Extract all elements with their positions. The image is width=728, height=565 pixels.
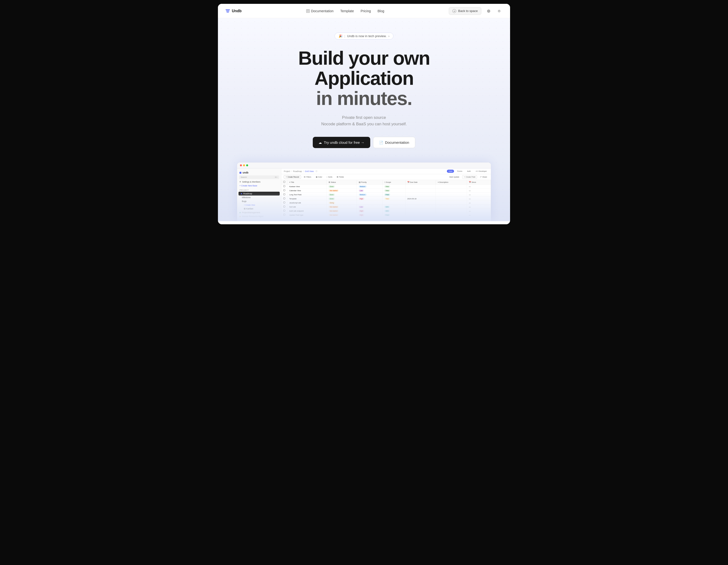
toolbar-left: + Create Record ⊟ Filters ◑ Color [284, 175, 345, 179]
badge-emoji: 🎉 [339, 34, 342, 38]
hero-actions: ☁ Try undb cloud for free → 📄 Documentat… [313, 137, 415, 148]
chrome-dots [240, 164, 248, 166]
nav-right: ☁ Back to space ⊛ ⌾ [449, 7, 502, 15]
data-table: ≡ Title ⊞ Status ▤ Priority □ Scope 📅 Du… [281, 180, 491, 217]
sidebar-item-roadmap[interactable]: Roadmap [239, 192, 280, 195]
doc-icon [306, 9, 310, 13]
app-toolbar: + Create Record ⊟ Filters ◑ Color [281, 174, 491, 180]
th-status: ⊞ Status [327, 180, 357, 184]
sidebar-item-bugs[interactable]: Bugs [237, 199, 281, 203]
app-table: ≡ Title ⊞ Status ▤ Priority □ Scope 📅 Du… [281, 180, 491, 221]
table-row: Calendar View Not started Low View — [281, 188, 491, 193]
app-chrome [237, 162, 491, 168]
cloud-icon: ☁ [452, 9, 456, 13]
th-scope: □ Scope [382, 180, 405, 184]
hero-subtitle: Private first open source Nocode platfor… [321, 114, 407, 127]
table-row: Sort sdk Not started Low SDK — [281, 205, 491, 209]
table-row: Kanban View Done Medium View — [281, 184, 491, 188]
app-sidebar: undb Search ⌘K ⚙ Settings & Members + Cr… [237, 168, 281, 221]
topbar-tabs: Data Forms Auth </> Developer [447, 170, 489, 173]
badge-arrow: › [388, 34, 389, 38]
back-to-space-button[interactable]: ☁ Back to space [449, 7, 481, 15]
tab-data[interactable]: Data [447, 170, 454, 173]
brand-logo[interactable]: Undb [226, 9, 242, 13]
app-screenshot: undb Search ⌘K ⚙ Settings & Members + Cr… [237, 162, 491, 221]
filters-button[interactable]: ⊟ Filters [302, 175, 313, 178]
app-topbar: Project / Roadmap / Grid View ⓘ Data For… [281, 168, 491, 174]
th-priority: ▤ Priority [357, 180, 382, 184]
tab-auth[interactable]: Auth [465, 170, 472, 173]
sorts-button[interactable]: ↕ Sorts [325, 175, 334, 178]
bulk-update-button[interactable]: Bulk Update [448, 175, 461, 178]
th-title: ≡ Title [287, 180, 327, 184]
sidebar-settings[interactable]: ⚙ Settings & Members [237, 180, 281, 184]
th-checkbox [281, 180, 287, 184]
hero-section: 🎉 | Undb is now in tech preview. › Build… [218, 18, 510, 221]
table-header-row: ≡ Title ⊞ Status ▤ Priority □ Scope 📅 Du… [281, 180, 491, 184]
chrome-minimize-dot [243, 164, 245, 166]
chrome-close-dot [240, 164, 242, 166]
table-row: Template Done High Todo 2024-09-18— [281, 197, 491, 201]
nav-links: Documentation Template Pricing Blog [306, 9, 384, 13]
tech-preview-badge[interactable]: 🎉 | Undb is now in tech preview. › [335, 33, 393, 40]
logo-icon [226, 9, 230, 12]
sidebar-search[interactable]: Search ⌘K [239, 175, 279, 179]
share-button[interactable]: ↗ Share [478, 175, 489, 178]
github-icon[interactable]: ⌾ [496, 8, 502, 14]
sidebar-item-kanban[interactable]: ⊞ Kanban [237, 207, 281, 210]
fields-button[interactable]: ⊞ Fields [335, 175, 345, 178]
sidebar-item-create-view[interactable]: + Create View [237, 203, 281, 207]
sidebar-create-base[interactable]: + Create New Base [237, 184, 281, 188]
cta-secondary-button[interactable]: 📄 Documentation [373, 137, 415, 148]
nav-pricing[interactable]: Pricing [361, 9, 371, 13]
brand-name: Undb [232, 9, 242, 13]
discord-icon[interactable]: ⊛ [485, 8, 492, 14]
badge-separator: | [344, 34, 345, 38]
hero-title: Build your own Application in minutes. [266, 48, 462, 108]
cta-primary-button[interactable]: ☁ Try undb cloud for free → [313, 137, 370, 148]
th-since: 📅 Since [467, 180, 491, 184]
toolbar-right: Bulk Update + Create Field ↗ Share [448, 175, 489, 179]
navbar: Undb Documentation Template Pricing Blog… [218, 4, 510, 18]
cloud-cta-icon: ☁ [319, 141, 322, 144]
table-row: JavaScript sdk Doing — [281, 201, 491, 205]
create-record-button[interactable]: + Create Record [284, 175, 301, 179]
table-row: Long Text Field Done Medium Field — [281, 193, 491, 197]
roadmap-dot [241, 193, 242, 194]
nav-blog[interactable]: Blog [377, 9, 384, 13]
sidebar-item-project-mgmt[interactable]: ProjectManagement [237, 210, 281, 214]
badge-text: Undb is now in tech preview. [347, 34, 387, 38]
th-due-date: 📅 Due Date [405, 180, 436, 184]
sidebar-brand: undb [237, 170, 281, 175]
app-main: Project / Roadmap / Grid View ⓘ Data For… [281, 168, 491, 221]
create-field-button[interactable]: + Create Field [462, 175, 477, 179]
sidebar-project-section: Project [237, 188, 281, 192]
select-all-checkbox[interactable] [283, 181, 285, 183]
breadcrumb: Project / Roadmap / Grid View ⓘ [284, 170, 317, 172]
chrome-maximize-dot [246, 164, 248, 166]
table-row: Update Field type Not started High Field… [281, 213, 491, 217]
sidebar-item-hr-mgmt[interactable]: Human Resource Mgmt [237, 214, 281, 218]
doc-cta-icon: 📄 [379, 141, 383, 144]
app-layout: undb Search ⌘K ⚙ Settings & Members + Cr… [237, 168, 491, 221]
table-row: Auth sdk endpoint Not started High SDK — [281, 209, 491, 213]
nav-template[interactable]: Template [340, 9, 354, 13]
tab-forms[interactable]: Forms [455, 170, 464, 173]
th-description: ≡ Description [436, 180, 467, 184]
sidebar-item-milestone[interactable]: Milestone [237, 195, 281, 199]
color-button[interactable]: ◑ Color [314, 175, 324, 178]
nav-documentation[interactable]: Documentation [306, 9, 334, 13]
tab-developer[interactable]: </> Developer [474, 170, 489, 173]
